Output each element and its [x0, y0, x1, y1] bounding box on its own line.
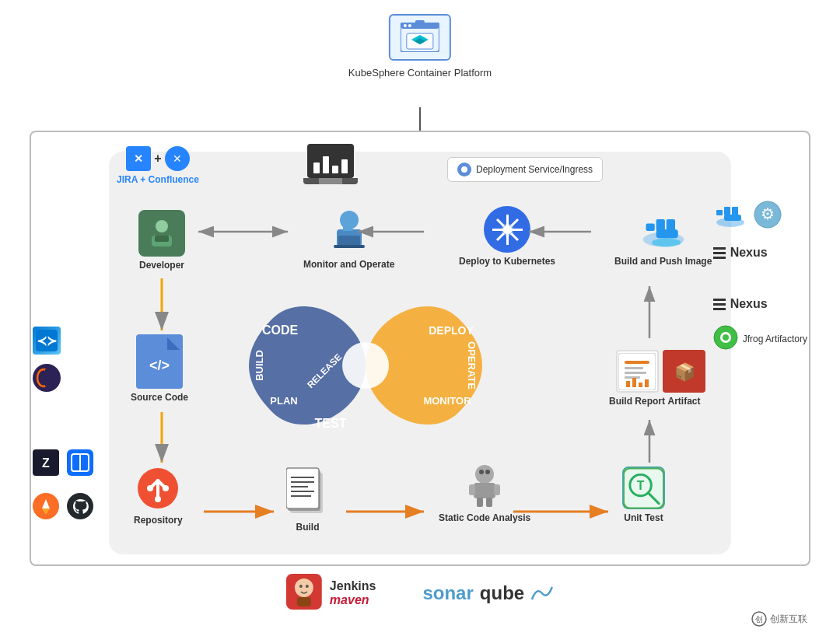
build-push-item: Build and Push Image: [614, 206, 712, 267]
svg-text:≺≻: ≺≻: [37, 334, 57, 348]
svg-rect-46: [625, 367, 643, 369]
svg-rect-24: [343, 223, 352, 231]
svg-point-65: [485, 470, 490, 474]
left-ide-logos: ≺≻: [33, 327, 61, 392]
build-report-item: Build Report: [609, 350, 665, 407]
chart-bar-1: [313, 162, 320, 173]
jfrog-icon: [713, 325, 738, 353]
svg-rect-45: [625, 361, 649, 364]
gitlab-icon: [33, 493, 59, 522]
jenkins-label: Jenkins: [330, 579, 376, 593]
static-analysis-item: Static Code Analysis: [439, 463, 530, 523]
monitor-operate-item: Monitor and Operate: [303, 206, 394, 270]
svg-text:Z: Z: [42, 456, 50, 470]
svg-point-100: [295, 578, 313, 597]
build-report-label: Build Report: [609, 396, 665, 407]
eclipse-icon: [33, 364, 61, 392]
svg-point-102: [306, 585, 309, 588]
svg-point-37: [502, 225, 512, 234]
nexus2-bars: [713, 299, 726, 310]
k8s-icon: [484, 206, 530, 253]
vscode-icon: ≺≻: [33, 327, 61, 355]
chart-bar-2: [323, 156, 329, 173]
svg-text:</>: </>: [149, 358, 170, 373]
deploy-k8s-label: Deploy to Kubernetes: [459, 256, 555, 267]
svg-rect-79: [724, 215, 741, 221]
svg-point-21: [155, 496, 161, 502]
monitor-chart: [303, 144, 358, 184]
code-label: CODE: [262, 323, 299, 337]
build-push-label: Build and Push Image: [614, 256, 712, 267]
svg-point-64: [479, 470, 484, 474]
deploy-label: DEPLOY: [429, 324, 474, 337]
svg-point-43: [652, 238, 681, 246]
docker-nexus-row: ⚙: [713, 201, 782, 232]
build-label: Build: [296, 522, 320, 533]
sonarqube-box: sonar qube: [422, 582, 554, 604]
build-report-icon: [616, 350, 659, 393]
chart-bar-4: [341, 159, 348, 173]
top-connector: [419, 107, 421, 131]
nexus-bar-1: [713, 247, 726, 250]
jenkins-text: Jenkins maven: [330, 579, 376, 607]
nexus1-label: Nexus: [730, 246, 768, 260]
svg-rect-57: [286, 468, 319, 508]
nexus-bar-3: [713, 257, 726, 259]
deploy-k8s-item: Deploy to Kubernetes: [459, 206, 555, 267]
svg-rect-103: [297, 597, 311, 606]
bottom-tools: Jenkins maven sonar qube: [286, 574, 554, 613]
monitor-stand: [303, 178, 358, 184]
artifact-item: 📦 Artifact: [663, 350, 705, 407]
watermark: 创 创新互联: [751, 611, 807, 627]
svg-point-9: [156, 220, 168, 232]
nexus-bar-4: [713, 299, 726, 301]
plan-label: PLAN: [270, 395, 297, 407]
developer-item: Developer: [138, 210, 185, 271]
nexus-bar-2: [713, 252, 726, 254]
kubesphere-label: KubeSphere Container Platform: [348, 67, 492, 79]
svg-point-101: [299, 585, 303, 588]
github-icon: [67, 493, 93, 522]
monitor-label: MONITOR: [423, 395, 471, 407]
svg-rect-41: [666, 219, 674, 231]
zed-icon: Z: [33, 449, 59, 479]
plus-text: +: [154, 152, 161, 166]
jfrog-label: Jfrog Artifactory: [743, 334, 807, 344]
jira-confluence: ✕ + ✕ JIRA + Confluence: [117, 146, 199, 185]
chart-icon: [307, 144, 354, 178]
svg-rect-67: [469, 484, 475, 495]
svg-rect-77: [724, 207, 730, 215]
crane-logo: ⚙: [754, 201, 782, 232]
svg-point-19: [147, 485, 153, 491]
svg-rect-47: [625, 372, 646, 374]
deploy-service-box: Deployment Service/Ingress: [447, 157, 603, 182]
svg-point-63: [475, 465, 494, 484]
vcs-row1: Z: [33, 449, 93, 479]
svg-point-2: [404, 24, 407, 27]
watermark-icon: 创: [751, 611, 767, 627]
nexus-bar-5: [713, 303, 726, 306]
svg-point-98: [67, 493, 93, 519]
monitor-operate-label: Monitor and Operate: [303, 259, 394, 270]
svg-rect-25: [338, 236, 360, 246]
svg-text:T: T: [637, 478, 645, 491]
developer-icon: [138, 210, 185, 257]
sonarqube-label: sonar: [422, 582, 473, 604]
nexus-bar-6: [713, 308, 726, 310]
source-code-item: </> Source Code: [131, 334, 188, 403]
unit-test-item: T Unit Test: [622, 467, 665, 523]
sonar-wave-icon: [530, 585, 554, 601]
deploy-service-icon: [457, 162, 471, 176]
repo-icon: [135, 465, 181, 512]
nexus2-row: Nexus: [713, 297, 768, 311]
svg-rect-52: [645, 379, 649, 387]
build-loop-label: BUILD: [254, 350, 265, 381]
static-analysis-icon: [461, 463, 508, 509]
svg-rect-26: [334, 245, 365, 248]
jira-confluence-label: JIRA + Confluence: [117, 174, 199, 185]
artifact-label: Artifact: [667, 396, 700, 407]
svg-rect-51: [639, 383, 642, 387]
svg-rect-50: [632, 378, 636, 387]
sonarqube-label2: qube: [480, 582, 524, 604]
jira-icon: ✕: [126, 146, 151, 171]
